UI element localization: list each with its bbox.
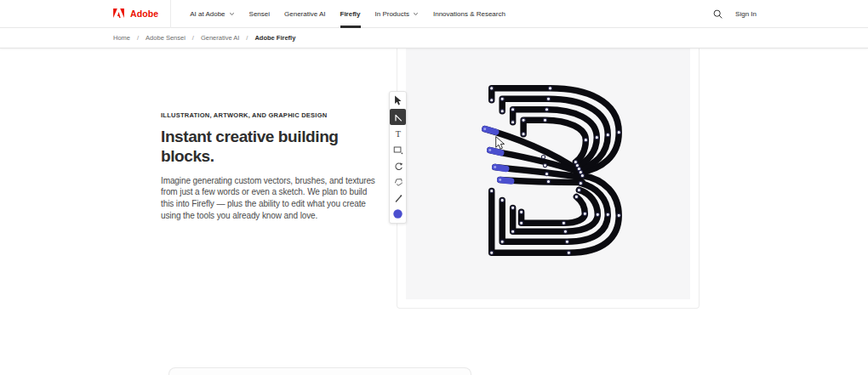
top-navigation-bar: Adobe AI at Adobe Sensei Generative AI F… bbox=[0, 0, 868, 28]
adobe-firefly-page: Adobe AI at Adobe Sensei Generative AI F… bbox=[0, 0, 868, 375]
nav-item-in-products[interactable]: In Products bbox=[375, 0, 419, 28]
section-eyebrow: ILLUSTRATION, ARTWORK, AND GRAPHIC DESIG… bbox=[161, 111, 379, 119]
nav-item-innovations-research[interactable]: Innovations & Research bbox=[433, 0, 505, 28]
artwork-canvas bbox=[406, 48, 690, 299]
artwork-card bbox=[397, 48, 700, 309]
tool-palette: T bbox=[389, 91, 407, 224]
breadcrumb-adobe-sensei[interactable]: Adobe Sensei bbox=[146, 34, 186, 42]
direct-selection-tool[interactable] bbox=[390, 109, 406, 125]
svg-text:T: T bbox=[395, 128, 401, 138]
pencil-tool[interactable] bbox=[390, 190, 406, 206]
nav-item-firefly[interactable]: Firefly bbox=[340, 0, 361, 28]
breadcrumb-separator: / bbox=[137, 34, 139, 42]
shaper-tool[interactable] bbox=[390, 173, 406, 190]
rectangle-tool[interactable] bbox=[390, 141, 406, 157]
selection-tool[interactable] bbox=[390, 93, 406, 109]
breadcrumb: Home / Adobe Sensei / Generative AI / Ad… bbox=[0, 28, 868, 48]
breadcrumb-generative-ai[interactable]: Generative AI bbox=[201, 34, 239, 42]
breadcrumb-adobe-firefly: Adobe Firefly bbox=[254, 34, 295, 42]
cursor-arrow-icon bbox=[496, 137, 505, 150]
rotate-tool[interactable] bbox=[390, 157, 406, 173]
nav-item-generative-ai[interactable]: Generative AI bbox=[284, 0, 325, 28]
adobe-a-icon bbox=[113, 6, 124, 21]
letter-b-artwork bbox=[406, 48, 690, 299]
nav-item-ai-at-adobe[interactable]: AI at Adobe bbox=[190, 0, 234, 28]
brand-name: Adobe bbox=[130, 9, 158, 19]
header-right-group: Sign In bbox=[712, 9, 757, 20]
breadcrumb-separator: / bbox=[192, 34, 194, 42]
search-icon[interactable] bbox=[712, 9, 723, 20]
header-divider bbox=[170, 0, 171, 28]
nav-item-sensei[interactable]: Sensei bbox=[249, 0, 270, 28]
sign-in-link[interactable]: Sign In bbox=[735, 10, 757, 18]
breadcrumb-home[interactable]: Home bbox=[113, 34, 130, 42]
primary-nav: AI at Adobe Sensei Generative AI Firefly… bbox=[190, 0, 505, 28]
type-tool[interactable]: T bbox=[390, 125, 406, 141]
section-body-text: Imagine generating custom vectors, brush… bbox=[161, 175, 379, 221]
feature-text-block: ILLUSTRATION, ARTWORK, AND GRAPHIC DESIG… bbox=[161, 111, 379, 221]
adobe-logo[interactable]: Adobe bbox=[113, 6, 158, 21]
breadcrumb-separator: / bbox=[246, 34, 248, 42]
chevron-down-icon bbox=[413, 10, 419, 18]
section-heading: Instant creative building blocks. bbox=[161, 127, 369, 167]
color-swatch[interactable] bbox=[390, 206, 406, 222]
chevron-down-icon bbox=[229, 10, 235, 18]
next-section-card bbox=[168, 367, 471, 375]
